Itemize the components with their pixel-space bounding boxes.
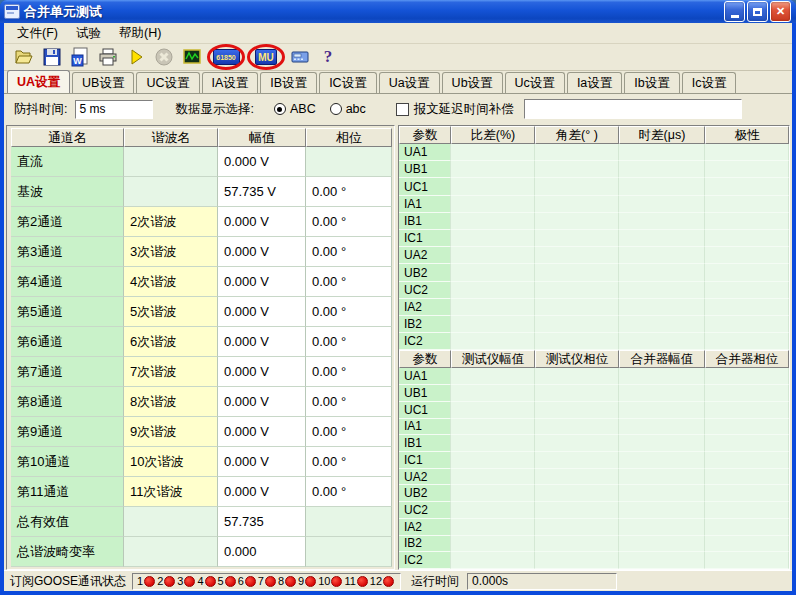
red-status-dot-icon xyxy=(184,576,195,587)
minimize-button[interactable] xyxy=(724,1,745,22)
indicator-number: 3 xyxy=(177,575,183,587)
settings-tab[interactable]: UB设置 xyxy=(72,72,134,93)
run-test-button[interactable] xyxy=(122,45,150,69)
table-row: 第4通道4次谐波0.000 V0.00 ° xyxy=(11,267,392,297)
print-button[interactable] xyxy=(94,45,122,69)
debounce-time-input[interactable] xyxy=(75,100,153,119)
settings-tab[interactable]: Ub设置 xyxy=(442,72,503,93)
open-file-button[interactable] xyxy=(10,45,38,69)
amplitude-cell[interactable]: 0.000 V xyxy=(218,237,306,267)
mu-config-button[interactable]: MU xyxy=(246,45,286,69)
app-window: 合并单元测试 ✕ 文件(F)试验帮助(H) W xyxy=(0,0,796,595)
param-cell: IA1 xyxy=(399,196,451,213)
phase-cell[interactable]: 0.00 ° xyxy=(306,237,392,267)
indicator-number: 4 xyxy=(197,575,203,587)
merger-phase-cell xyxy=(705,552,789,569)
radio-abc-lower[interactable] xyxy=(330,103,342,115)
amplitude-cell[interactable]: 0.000 V xyxy=(218,417,306,447)
table-row: IB1 xyxy=(399,435,789,452)
phase-cell[interactable]: 0.00 ° xyxy=(306,327,392,357)
delay-compensation-checkbox[interactable] xyxy=(396,103,409,116)
table-row: UB2 xyxy=(399,485,789,502)
harmonic-name-cell: 4次谐波 xyxy=(124,267,218,297)
phase-cell[interactable] xyxy=(306,147,392,177)
settings-tab[interactable]: IA设置 xyxy=(202,72,259,93)
settings-tab[interactable]: UA设置 xyxy=(7,70,70,93)
tester-phase-cell xyxy=(535,435,619,452)
table-row: IB2 xyxy=(399,316,789,333)
radio-abc-upper[interactable] xyxy=(274,103,286,115)
amplitude-cell[interactable]: 0.000 V xyxy=(218,327,306,357)
table-row: IB2 xyxy=(399,536,789,553)
time-error-cell xyxy=(619,264,705,281)
menu-item[interactable]: 帮助(H) xyxy=(110,23,170,44)
amplitude-cell[interactable]: 0.000 V xyxy=(218,147,306,177)
settings-tab[interactable]: IC设置 xyxy=(319,72,377,93)
settings-tab[interactable]: UC设置 xyxy=(136,72,199,93)
settings-tab[interactable]: Uc设置 xyxy=(505,72,565,93)
help-question-icon: ? xyxy=(324,47,333,67)
maximize-button[interactable] xyxy=(747,1,768,22)
phase-cell[interactable] xyxy=(306,507,392,537)
phase-cell[interactable]: 0.00 ° xyxy=(306,207,392,237)
settings-tab[interactable]: Ia设置 xyxy=(567,72,622,93)
phase-cell[interactable]: 0.00 ° xyxy=(306,387,392,417)
merger-phase-cell xyxy=(705,385,789,402)
table-row: UB2 xyxy=(399,264,789,281)
harmonic-name-cell: 6次谐波 xyxy=(124,327,218,357)
phase-cell[interactable]: 0.00 ° xyxy=(306,177,392,207)
phase-cell[interactable]: 0.00 ° xyxy=(306,417,392,447)
settings-tab[interactable]: Ua设置 xyxy=(379,72,440,93)
amplitude-cell[interactable]: 0.000 V xyxy=(218,207,306,237)
delay-compensation-input[interactable] xyxy=(524,99,742,119)
amplitude-cell[interactable]: 0.000 V xyxy=(218,387,306,417)
amplitude-cell[interactable]: 0.000 V xyxy=(218,297,306,327)
iec61850-config-button[interactable]: 61850 xyxy=(206,45,246,69)
menu-item[interactable]: 文件(F) xyxy=(8,23,67,44)
close-button[interactable]: ✕ xyxy=(770,1,791,22)
save-floppy-icon xyxy=(42,47,62,67)
help-button[interactable]: ? xyxy=(314,45,342,69)
column-header: 合并器幅值 xyxy=(619,350,705,368)
settings-tab[interactable]: Ib设置 xyxy=(624,72,679,93)
amplitude-cell[interactable]: 0.000 V xyxy=(218,477,306,507)
table-row: 第6通道6次谐波0.000 V0.00 ° xyxy=(11,327,392,357)
phase-cell[interactable]: 0.00 ° xyxy=(306,357,392,387)
waveform-button[interactable] xyxy=(178,45,206,69)
play-icon xyxy=(126,47,146,67)
phase-cell[interactable]: 0.00 ° xyxy=(306,297,392,327)
menu-item[interactable]: 试验 xyxy=(67,23,110,44)
harmonic-name-cell xyxy=(124,177,218,207)
main-area: 通道名谐波名幅值相位 直流0.000 V基波57.735 V0.00 °第2通道… xyxy=(4,124,792,570)
export-word-button[interactable]: W xyxy=(66,45,94,69)
amplitude-cell[interactable]: 57.735 xyxy=(218,507,306,537)
controls-row: 防抖时间: 数据显示选择: ABC abc 报文延迟时间补偿 xyxy=(4,94,792,124)
table-row: 第9通道9次谐波0.000 V0.00 ° xyxy=(11,417,392,447)
channel-name-cell: 第10通道 xyxy=(11,447,124,477)
channel-name-cell: 第9通道 xyxy=(11,417,124,447)
settings-tab[interactable]: IB设置 xyxy=(260,72,317,93)
device-panel-button[interactable] xyxy=(286,45,314,69)
phase-cell[interactable]: 0.00 ° xyxy=(306,267,392,297)
column-header: 极性 xyxy=(705,126,789,144)
red-status-dot-icon xyxy=(305,576,316,587)
amplitude-cell[interactable]: 0.000 V xyxy=(218,357,306,387)
merger-phase-cell xyxy=(705,435,789,452)
merger-phase-cell xyxy=(705,502,789,519)
param-cell: UA1 xyxy=(399,144,451,161)
save-button[interactable] xyxy=(38,45,66,69)
settings-tab[interactable]: Ic设置 xyxy=(682,72,737,93)
titlebar: 合并单元测试 ✕ xyxy=(0,0,796,23)
amplitude-cell[interactable]: 0.000 V xyxy=(218,447,306,477)
debounce-time-label: 防抖时间: xyxy=(14,101,67,118)
phase-cell[interactable] xyxy=(306,537,392,567)
amplitude-cell[interactable]: 57.735 V xyxy=(218,177,306,207)
phase-cell[interactable]: 0.00 ° xyxy=(306,477,392,507)
harmonic-name-cell: 11次谐波 xyxy=(124,477,218,507)
merger-phase-cell xyxy=(705,485,789,502)
amplitude-cell[interactable]: 0.000 xyxy=(218,537,306,567)
phase-cell[interactable]: 0.00 ° xyxy=(306,447,392,477)
amplitude-cell[interactable]: 0.000 V xyxy=(218,267,306,297)
error-results-header: 参数比差(%)角差(° )时差(μs)极性 xyxy=(399,126,789,144)
display-select-label: 数据显示选择: xyxy=(175,101,253,118)
